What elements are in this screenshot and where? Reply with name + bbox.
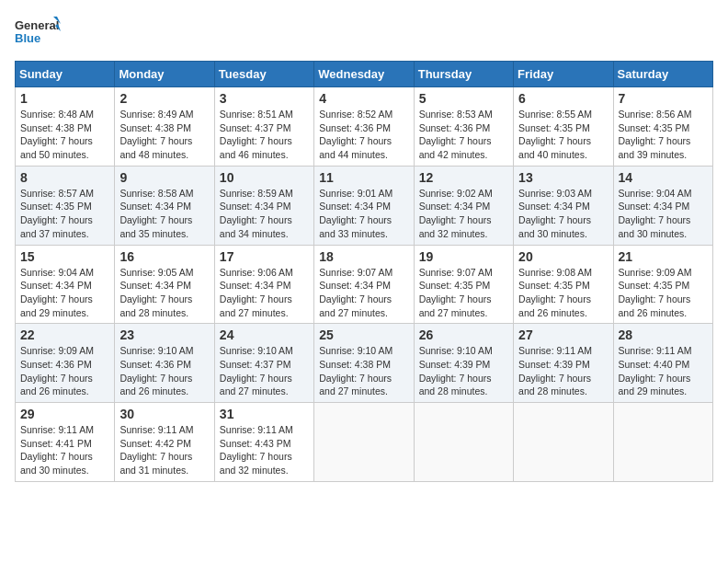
calendar-cell: 20Sunrise: 9:08 AMSunset: 4:35 PMDayligh… [514,245,613,324]
cell-content: Sunrise: 8:55 AMSunset: 4:35 PMDaylight:… [518,108,608,162]
calendar-cell [314,403,414,482]
weekday-header-monday: Monday [115,62,214,87]
day-number: 2 [119,91,209,106]
cell-content: Sunrise: 9:11 AMSunset: 4:42 PMDaylight:… [119,423,209,477]
day-number: 7 [619,91,708,106]
day-number: 26 [419,327,508,342]
cell-content: Sunrise: 9:04 AMSunset: 4:34 PMDaylight:… [619,187,708,241]
cell-content: Sunrise: 9:10 AMSunset: 4:37 PMDaylight:… [220,344,309,398]
day-number: 22 [20,327,109,342]
day-number: 8 [20,170,109,185]
calendar-cell: 28Sunrise: 9:11 AMSunset: 4:40 PMDayligh… [613,324,712,403]
cell-content: Sunrise: 9:11 AMSunset: 4:43 PMDaylight:… [220,423,309,477]
day-number: 4 [319,91,408,106]
logo: General Blue [15,15,61,53]
day-number: 15 [20,249,109,264]
calendar-cell: 31Sunrise: 9:11 AMSunset: 4:43 PMDayligh… [214,403,313,482]
weekday-header-sunday: Sunday [16,62,115,87]
cell-content: Sunrise: 8:51 AMSunset: 4:37 PMDaylight:… [220,108,309,162]
day-number: 21 [619,249,708,264]
cell-content: Sunrise: 9:10 AMSunset: 4:39 PMDaylight:… [419,344,508,398]
calendar-cell: 1Sunrise: 8:48 AMSunset: 4:38 PMDaylight… [16,87,115,167]
calendar-cell: 12Sunrise: 9:02 AMSunset: 4:34 PMDayligh… [414,166,513,245]
cell-content: Sunrise: 9:09 AMSunset: 4:36 PMDaylight:… [20,344,109,398]
calendar-cell: 19Sunrise: 9:07 AMSunset: 4:35 PMDayligh… [414,245,513,324]
cell-content: Sunrise: 8:56 AMSunset: 4:35 PMDaylight:… [619,108,708,162]
day-number: 5 [419,91,508,106]
calendar-cell: 22Sunrise: 9:09 AMSunset: 4:36 PMDayligh… [16,324,115,403]
cell-content: Sunrise: 8:48 AMSunset: 4:38 PMDaylight:… [20,108,109,162]
week-row-1: 1Sunrise: 8:48 AMSunset: 4:38 PMDaylight… [16,87,713,167]
calendar-cell: 2Sunrise: 8:49 AMSunset: 4:38 PMDaylight… [115,87,214,167]
cell-content: Sunrise: 9:01 AMSunset: 4:34 PMDaylight:… [319,187,408,241]
day-number: 28 [619,327,708,342]
calendar-cell: 7Sunrise: 8:56 AMSunset: 4:35 PMDaylight… [613,87,712,167]
calendar-cell: 4Sunrise: 8:52 AMSunset: 4:36 PMDaylight… [314,87,414,167]
day-number: 31 [220,407,309,421]
calendar-cell [414,403,513,482]
calendar-cell: 13Sunrise: 9:03 AMSunset: 4:34 PMDayligh… [514,166,613,245]
day-number: 23 [119,327,209,342]
day-number: 1 [20,91,109,106]
calendar-cell: 8Sunrise: 8:57 AMSunset: 4:35 PMDaylight… [16,166,115,245]
day-number: 18 [319,249,408,264]
weekday-header-thursday: Thursday [414,62,513,87]
calendar-cell: 21Sunrise: 9:09 AMSunset: 4:35 PMDayligh… [613,245,712,324]
day-number: 10 [220,170,309,185]
cell-content: Sunrise: 8:52 AMSunset: 4:36 PMDaylight:… [319,108,408,162]
cell-content: Sunrise: 9:11 AMSunset: 4:41 PMDaylight:… [20,423,109,477]
calendar-cell: 14Sunrise: 9:04 AMSunset: 4:34 PMDayligh… [613,166,712,245]
calendar-cell [514,403,613,482]
cell-content: Sunrise: 9:09 AMSunset: 4:35 PMDaylight:… [619,266,708,320]
day-number: 14 [619,170,708,185]
calendar-cell: 6Sunrise: 8:55 AMSunset: 4:35 PMDaylight… [514,87,613,167]
calendar-cell: 27Sunrise: 9:11 AMSunset: 4:39 PMDayligh… [514,324,613,403]
weekday-header-tuesday: Tuesday [214,62,313,87]
day-number: 6 [518,91,608,106]
day-number: 17 [220,249,309,264]
day-number: 3 [220,91,309,106]
cell-content: Sunrise: 8:49 AMSunset: 4:38 PMDaylight:… [119,108,209,162]
cell-content: Sunrise: 9:05 AMSunset: 4:34 PMDaylight:… [119,266,209,320]
calendar-cell: 25Sunrise: 9:10 AMSunset: 4:38 PMDayligh… [314,324,414,403]
cell-content: Sunrise: 9:08 AMSunset: 4:35 PMDaylight:… [518,266,608,320]
header: General Blue [15,15,713,53]
day-number: 29 [20,407,109,421]
cell-content: Sunrise: 8:57 AMSunset: 4:35 PMDaylight:… [20,187,109,241]
logo-svg: General Blue [15,15,61,53]
calendar-cell: 18Sunrise: 9:07 AMSunset: 4:34 PMDayligh… [314,245,414,324]
header-row: SundayMondayTuesdayWednesdayThursdayFrid… [16,62,713,87]
day-number: 9 [119,170,209,185]
cell-content: Sunrise: 9:07 AMSunset: 4:34 PMDaylight:… [319,266,408,320]
cell-content: Sunrise: 8:59 AMSunset: 4:34 PMDaylight:… [220,187,309,241]
cell-content: Sunrise: 9:04 AMSunset: 4:34 PMDaylight:… [20,266,109,320]
weekday-header-wednesday: Wednesday [314,62,414,87]
day-number: 11 [319,170,408,185]
day-number: 30 [119,407,209,421]
calendar-cell: 5Sunrise: 8:53 AMSunset: 4:36 PMDaylight… [414,87,513,167]
cell-content: Sunrise: 9:10 AMSunset: 4:36 PMDaylight:… [119,344,209,398]
calendar-cell: 9Sunrise: 8:58 AMSunset: 4:34 PMDaylight… [115,166,214,245]
calendar-cell: 10Sunrise: 8:59 AMSunset: 4:34 PMDayligh… [214,166,313,245]
calendar-cell: 11Sunrise: 9:01 AMSunset: 4:34 PMDayligh… [314,166,414,245]
svg-text:Blue: Blue [15,31,40,45]
day-number: 27 [518,327,608,342]
calendar-cell: 23Sunrise: 9:10 AMSunset: 4:36 PMDayligh… [115,324,214,403]
cell-content: Sunrise: 9:06 AMSunset: 4:34 PMDaylight:… [220,266,309,320]
cell-content: Sunrise: 9:02 AMSunset: 4:34 PMDaylight:… [419,187,508,241]
weekday-header-saturday: Saturday [613,62,712,87]
calendar-cell: 29Sunrise: 9:11 AMSunset: 4:41 PMDayligh… [16,403,115,482]
day-number: 13 [518,170,608,185]
calendar-cell: 15Sunrise: 9:04 AMSunset: 4:34 PMDayligh… [16,245,115,324]
weekday-header-friday: Friday [514,62,613,87]
cell-content: Sunrise: 9:11 AMSunset: 4:40 PMDaylight:… [619,344,708,398]
cell-content: Sunrise: 9:07 AMSunset: 4:35 PMDaylight:… [419,266,508,320]
day-number: 19 [419,249,508,264]
svg-text:General: General [15,18,59,32]
week-row-5: 29Sunrise: 9:11 AMSunset: 4:41 PMDayligh… [16,403,713,482]
day-number: 25 [319,327,408,342]
calendar-cell: 26Sunrise: 9:10 AMSunset: 4:39 PMDayligh… [414,324,513,403]
calendar-cell: 30Sunrise: 9:11 AMSunset: 4:42 PMDayligh… [115,403,214,482]
day-number: 24 [220,327,309,342]
calendar-cell: 16Sunrise: 9:05 AMSunset: 4:34 PMDayligh… [115,245,214,324]
